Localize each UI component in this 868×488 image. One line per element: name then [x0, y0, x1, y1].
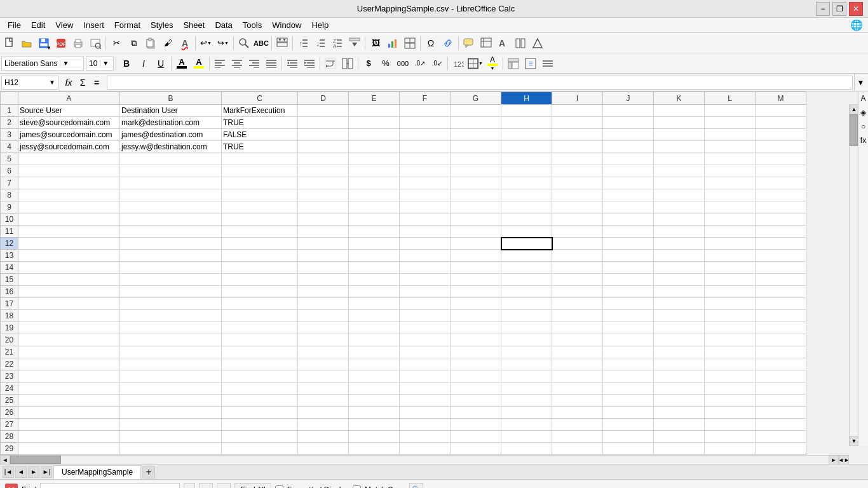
cell-G26[interactable]: [451, 407, 501, 419]
cell-H1[interactable]: [501, 105, 552, 117]
cell-C6[interactable]: [222, 165, 298, 177]
cell-H14[interactable]: [501, 262, 552, 274]
cell-H15[interactable]: [501, 274, 552, 286]
match-case-checkbox[interactable]: [353, 485, 361, 488]
cell-E6[interactable]: [349, 165, 400, 177]
cell-L11[interactable]: [705, 226, 756, 238]
cell-F14[interactable]: [400, 262, 451, 274]
cell-I7[interactable]: [552, 177, 603, 189]
cell-L8[interactable]: [705, 189, 756, 201]
cell-A11[interactable]: [18, 226, 120, 238]
col-header-C[interactable]: C: [222, 92, 298, 105]
cell-D25[interactable]: [298, 395, 349, 407]
cell-D9[interactable]: [298, 201, 349, 214]
cell-I10[interactable]: [552, 214, 603, 226]
formula-equals-button[interactable]: =: [90, 76, 103, 89]
cell-B18[interactable]: [120, 310, 222, 322]
cell-D18[interactable]: [298, 310, 349, 322]
cell-A7[interactable]: [18, 177, 120, 189]
cell-H19[interactable]: [501, 322, 552, 334]
cell-F7[interactable]: [400, 177, 451, 189]
cell-G25[interactable]: [451, 395, 501, 407]
cell-M11[interactable]: [756, 226, 806, 238]
cell-C20[interactable]: [222, 334, 298, 346]
sheet-first-button[interactable]: |◄: [3, 466, 14, 478]
formula-function-button[interactable]: fx: [62, 76, 75, 89]
redo-button[interactable]: ↪ ▼: [215, 35, 231, 51]
cell-L10[interactable]: [705, 214, 756, 226]
cell-A9[interactable]: [18, 201, 120, 214]
cell-J7[interactable]: [603, 177, 654, 189]
cell-I3[interactable]: [552, 129, 603, 141]
row-header-21[interactable]: 21: [1, 346, 18, 358]
cell-C22[interactable]: [222, 358, 298, 370]
cell-K6[interactable]: [654, 165, 705, 177]
row-header-14[interactable]: 14: [1, 262, 18, 274]
cell-F26[interactable]: [400, 407, 451, 419]
cell-F3[interactable]: [400, 129, 451, 141]
cell-L29[interactable]: [705, 443, 756, 455]
cell-J8[interactable]: [603, 189, 654, 201]
sheet-next-button[interactable]: ►: [28, 466, 39, 478]
formatted-display-label[interactable]: Formatted Display: [287, 485, 349, 489]
cell-B10[interactable]: [120, 214, 222, 226]
cell-M12[interactable]: [756, 238, 806, 250]
cell-B1[interactable]: Destination User: [120, 105, 222, 117]
cell-E24[interactable]: [349, 383, 400, 395]
scroll-left-button[interactable]: ◄: [0, 456, 10, 464]
col-header-D[interactable]: D: [298, 92, 349, 105]
panel-navigator-icon[interactable]: ○: [861, 122, 865, 131]
cell-E18[interactable]: [349, 310, 400, 322]
undo-button[interactable]: ↩ ▼: [198, 35, 214, 51]
cell-D21[interactable]: [298, 346, 349, 358]
cell-J1[interactable]: [603, 105, 654, 117]
cell-G9[interactable]: [451, 201, 501, 214]
cell-A20[interactable]: [18, 334, 120, 346]
cell-J2[interactable]: [603, 117, 654, 129]
menu-sheet[interactable]: Sheet: [178, 19, 210, 31]
cell-A27[interactable]: [18, 419, 120, 431]
cell-A21[interactable]: [18, 346, 120, 358]
cell-I13[interactable]: [552, 250, 603, 262]
cell-A16[interactable]: [18, 286, 120, 298]
cell-F1[interactable]: [400, 105, 451, 117]
cell-K14[interactable]: [654, 262, 705, 274]
minimize-button[interactable]: −: [816, 2, 830, 16]
cell-M17[interactable]: [756, 298, 806, 310]
cell-D6[interactable]: [298, 165, 349, 177]
formatted-display-checkbox[interactable]: [275, 485, 283, 488]
cell-J22[interactable]: [603, 358, 654, 370]
italic-button[interactable]: I: [135, 55, 152, 72]
clear-formatting-button[interactable]: A: [177, 35, 193, 51]
cell-K18[interactable]: [654, 310, 705, 322]
cell-B11[interactable]: [120, 226, 222, 238]
cell-I5[interactable]: [552, 153, 603, 165]
cell-F2[interactable]: [400, 117, 451, 129]
horizontal-scrollbar[interactable]: ◄ ► ◄►: [0, 455, 849, 464]
indent-more-button[interactable]: [301, 55, 318, 72]
cell-B12[interactable]: [120, 238, 222, 250]
cell-A6[interactable]: [18, 165, 120, 177]
cell-E15[interactable]: [349, 274, 400, 286]
cell-D10[interactable]: [298, 214, 349, 226]
cell-L13[interactable]: [705, 250, 756, 262]
cell-L7[interactable]: [705, 177, 756, 189]
menu-insert[interactable]: Insert: [78, 19, 109, 31]
cell-L2[interactable]: [705, 117, 756, 129]
cell-I27[interactable]: [552, 419, 603, 431]
cell-K25[interactable]: [654, 395, 705, 407]
col-header-J[interactable]: J: [603, 92, 654, 105]
cell-B14[interactable]: [120, 262, 222, 274]
cell-E3[interactable]: [349, 129, 400, 141]
cell-M15[interactable]: [756, 274, 806, 286]
align-right-button[interactable]: [246, 55, 262, 72]
row-header-1[interactable]: 1: [1, 105, 18, 117]
cell-M14[interactable]: [756, 262, 806, 274]
col-header-B[interactable]: B: [120, 92, 222, 105]
cell-D4[interactable]: [298, 141, 349, 153]
col-header-H[interactable]: H: [501, 92, 552, 105]
cell-H8[interactable]: [501, 189, 552, 201]
cell-L3[interactable]: [705, 129, 756, 141]
cell-M21[interactable]: [756, 346, 806, 358]
cell-F11[interactable]: [400, 226, 451, 238]
